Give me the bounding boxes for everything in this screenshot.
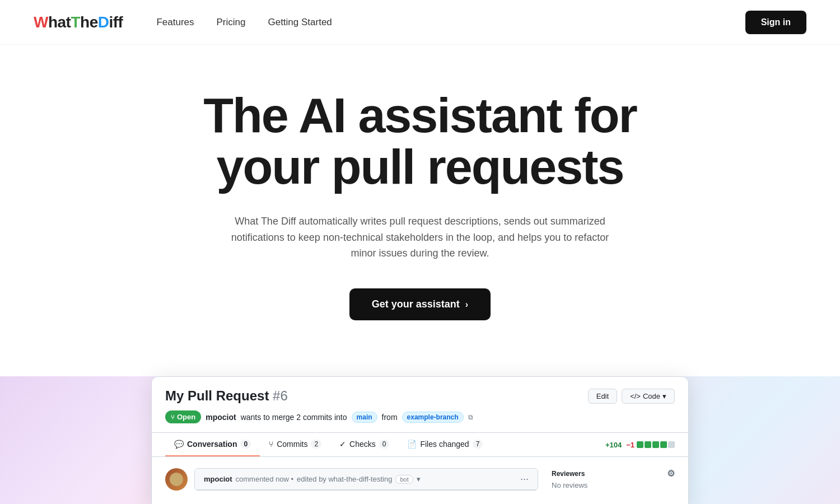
comment-edited-by: edited by what-the-diff-testing <box>297 475 392 483</box>
pr-meta-row: Open mpociot wants to merge 2 commits in… <box>165 410 675 423</box>
sidebar-reviewers: Reviewers ⚙ No reviews <box>552 468 675 489</box>
tab-files-count: 7 <box>473 440 483 449</box>
pr-title-row: My Pull Request #6 Edit </> Code ▾ <box>165 388 675 404</box>
nav-link-getting-started[interactable]: Getting Started <box>268 17 332 27</box>
pr-number: #6 <box>273 388 288 403</box>
logo-he: he <box>80 13 98 31</box>
pr-title: My Pull Request #6 <box>165 388 288 404</box>
diff-deletions: −1 <box>626 441 634 449</box>
comment-header: mpociot commented now • edited by what-t… <box>195 469 538 490</box>
pr-comment: M mpociot commented now • edited by what… <box>165 468 538 491</box>
code-icon: </> <box>630 392 641 400</box>
pr-header-actions: Edit </> Code ▾ <box>588 389 675 404</box>
diff-block-4 <box>660 441 667 448</box>
commits-icon: ⑂ <box>269 440 273 449</box>
pr-tabs: 💬 Conversation 0 ⑂ Commits 2 ✓ Checks 0 <box>152 433 688 457</box>
cta-button[interactable]: Get your assistant › <box>349 288 491 320</box>
branch-main: main <box>352 412 377 423</box>
pr-mockup: My Pull Request #6 Edit </> Code ▾ Open <box>151 376 689 504</box>
tab-conversation[interactable]: 💬 Conversation 0 <box>165 433 260 456</box>
edit-button[interactable]: Edit <box>588 389 617 404</box>
diff-block-2 <box>645 441 651 448</box>
branch-example: example-branch <box>402 412 464 423</box>
hero-subtitle: What The Diff automatically writes pull … <box>230 213 610 262</box>
pr-sidebar: Reviewers ⚙ No reviews <box>552 468 675 498</box>
comment-header-left: mpociot commented now • edited by what-t… <box>204 475 421 484</box>
comment-action: commented now • <box>236 475 294 483</box>
tab-conversation-count: 0 <box>240 440 251 449</box>
pr-comment-section: M mpociot commented now • edited by what… <box>165 468 538 498</box>
pr-tabs-left: 💬 Conversation 0 ⑂ Commits 2 ✓ Checks 0 <box>165 433 492 456</box>
tab-files-changed[interactable]: 📄 Files changed 7 <box>398 433 492 456</box>
logo-w: W <box>34 13 48 31</box>
nav-link-features[interactable]: Features <box>156 17 194 27</box>
logo-d: D <box>98 13 109 31</box>
pr-meta-text: wants to merge 2 commits into <box>241 413 347 422</box>
hero-title-line1: The AI assistant for <box>203 87 636 143</box>
hero-section: The AI assistant for your pull requests … <box>0 45 840 354</box>
comment-author: mpociot <box>204 475 232 483</box>
tab-checks-label: Checks <box>349 440 376 449</box>
nav-item-pricing[interactable]: Pricing <box>217 17 246 28</box>
hero-title: The AI assistant for your pull requests <box>203 90 636 193</box>
diff-block-1 <box>637 441 643 448</box>
code-label: Code <box>643 392 660 400</box>
code-button[interactable]: </> Code ▾ <box>622 389 675 404</box>
open-badge: Open <box>165 410 201 423</box>
logo-t: T <box>71 13 80 31</box>
tab-checks-count: 0 <box>379 440 390 449</box>
nav-item-getting-started[interactable]: Getting Started <box>268 17 332 28</box>
diff-additions: +104 <box>605 441 622 449</box>
pr-header: My Pull Request #6 Edit </> Code ▾ Open <box>152 377 688 433</box>
lower-section: My Pull Request #6 Edit </> Code ▾ Open <box>0 376 840 504</box>
avatar: M <box>165 468 188 491</box>
pr-title-text: My Pull Request <box>165 388 269 403</box>
logo-iff: iff <box>109 13 123 31</box>
diff-block-3 <box>652 441 659 448</box>
diff-block-5 <box>668 441 675 448</box>
sidebar-reviewers-text: Reviewers <box>552 470 585 478</box>
diff-blocks <box>637 441 675 448</box>
checks-icon: ✓ <box>339 440 346 449</box>
pr-mockup-wrapper: My Pull Request #6 Edit </> Code ▾ Open <box>0 376 840 504</box>
tab-commits[interactable]: ⑂ Commits 2 <box>260 433 330 456</box>
tab-commits-label: Commits <box>277 440 307 449</box>
site-logo[interactable]: What The Diff <box>34 13 123 31</box>
tab-checks[interactable]: ✓ Checks 0 <box>330 433 398 456</box>
conversation-icon: 💬 <box>174 440 184 449</box>
more-options-icon[interactable]: ··· <box>520 473 529 485</box>
logo-hat: hat <box>48 13 71 31</box>
pr-body: M mpociot commented now • edited by what… <box>152 457 688 504</box>
code-chevron-icon: ▾ <box>662 392 666 400</box>
tab-commits-count: 2 <box>311 440 321 449</box>
bot-badge: bot <box>395 475 413 484</box>
pr-diff-stats: +104 −1 <box>605 441 675 449</box>
hero-title-line2: your pull requests <box>217 139 624 194</box>
comment-box: mpociot commented now • edited by what-t… <box>194 468 538 491</box>
arrow-icon: › <box>465 300 468 310</box>
nav-link-pricing[interactable]: Pricing <box>217 17 246 27</box>
pr-from-text: from <box>382 413 398 422</box>
nav-links: Features Pricing Getting Started <box>156 17 332 28</box>
cta-label: Get your assistant <box>372 298 460 310</box>
files-icon: 📄 <box>407 440 417 449</box>
tab-files-label: Files changed <box>420 440 469 449</box>
sign-in-button[interactable]: Sign in <box>745 11 806 34</box>
chevron-down-icon: ▾ <box>417 475 421 483</box>
sidebar-reviewers-value: No reviews <box>552 481 675 489</box>
nav-item-features[interactable]: Features <box>156 17 194 28</box>
navbar: What The Diff Features Pricing Getting S… <box>0 0 840 45</box>
gear-icon[interactable]: ⚙ <box>667 468 675 479</box>
copy-icon[interactable]: ⧉ <box>468 413 473 421</box>
tab-conversation-label: Conversation <box>187 440 237 449</box>
sidebar-reviewers-label: Reviewers ⚙ <box>552 468 675 479</box>
pr-author: mpociot <box>206 413 236 422</box>
